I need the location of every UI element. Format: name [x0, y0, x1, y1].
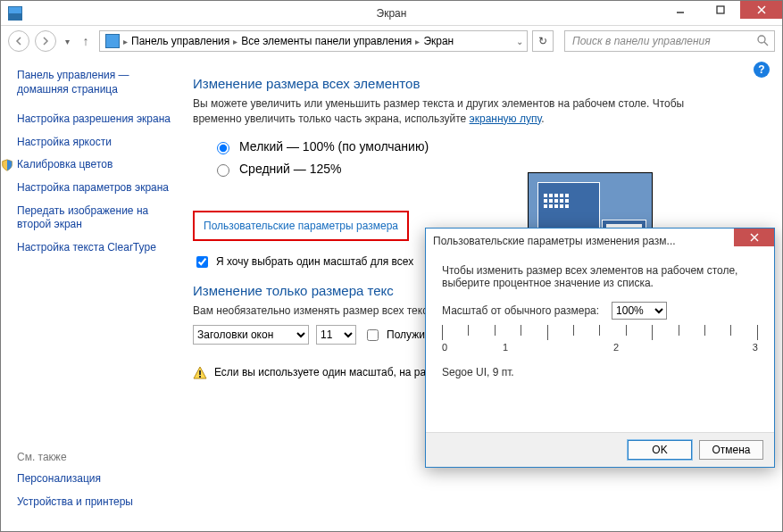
sidebar-brightness-link[interactable]: Настройка яркости [17, 136, 173, 150]
forward-button[interactable] [35, 30, 56, 52]
radio-medium[interactable]: Средний — 125% [212, 162, 766, 177]
breadcrumb-item-control-panel[interactable]: Панель управления [131, 35, 229, 47]
scale-select[interactable]: 100% [612, 302, 667, 320]
text-element-select[interactable]: Заголовки окон [193, 325, 309, 345]
custom-size-highlight: Пользовательские параметры размера [193, 211, 409, 241]
search-input[interactable] [571, 34, 769, 48]
help-icon[interactable]: ? [754, 62, 770, 78]
radio-small[interactable]: Мелкий — 100% (по умолчанию) [212, 139, 766, 154]
bold-checkbox-row[interactable]: Полужи [363, 327, 425, 344]
close-button[interactable] [740, 1, 782, 19]
ruler-label-1: 1 [503, 342, 508, 353]
sidebar-devices-link[interactable]: Устройства и принтеры [17, 495, 173, 510]
sidebar-calibrate-link[interactable]: Калибровка цветов [17, 158, 173, 172]
up-button[interactable]: ↑ [78, 34, 94, 48]
dialog-title: Пользовательские параметры изменения раз… [433, 235, 676, 247]
breadcrumb-dropdown-icon[interactable]: ⌄ [516, 37, 523, 46]
chevron-right-icon: ▸ [123, 37, 128, 46]
breadcrumb[interactable]: ▸ Панель управления ▸ Все элементы панел… [99, 30, 528, 52]
titlebar: Экран [1, 1, 782, 26]
single-scale-checkbox[interactable] [196, 256, 208, 268]
svg-point-4 [758, 36, 765, 43]
ok-button[interactable]: OK [628, 440, 692, 460]
single-scale-label: Я хочу выбрать один масштаб для всех [216, 255, 413, 268]
sidebar-home-link[interactable]: Панель управления — домашняя страница [17, 69, 173, 96]
refresh-button[interactable]: ↻ [532, 30, 554, 52]
sidebar: Панель управления — домашняя страница На… [1, 56, 184, 531]
breadcrumb-item-all[interactable]: Все элементы панели управления [241, 35, 412, 47]
radio-medium-label: Средний — 125% [239, 162, 342, 176]
warning-icon [193, 366, 207, 380]
bold-label: Полужи [387, 328, 425, 341]
svg-rect-6 [199, 370, 201, 375]
sidebar-personalization-link[interactable]: Персонализация [17, 472, 173, 486]
see-also-header: См. также [17, 451, 173, 463]
cancel-button[interactable]: Отмена [699, 440, 763, 460]
sidebar-item-label: Калибровка цветов [17, 158, 112, 170]
custom-size-link[interactable]: Пользовательские параметры размера [204, 220, 398, 232]
dialog-titlebar[interactable]: Пользовательские параметры изменения раз… [426, 229, 774, 254]
display-settings-window: Экран ▾ ↑ ▸ Панель управления ▸ В [0, 0, 783, 532]
history-dropdown-icon[interactable]: ▾ [62, 37, 72, 46]
font-size-select[interactable]: 11 [316, 325, 356, 345]
bold-checkbox[interactable] [367, 329, 379, 341]
sidebar-resolution-link[interactable]: Настройка разрешения экрана [17, 112, 173, 127]
radio-small-label: Мелкий — 100% (по умолчанию) [239, 139, 429, 154]
navbar: ▾ ↑ ▸ Панель управления ▸ Все элементы п… [1, 26, 782, 56]
heading-resize-all: Изменение размера всех элементов [193, 76, 766, 91]
svg-line-5 [764, 42, 768, 46]
search-icon[interactable] [756, 34, 769, 49]
ruler-label-2: 2 [613, 342, 619, 353]
sidebar-settings-link[interactable]: Настройка параметров экрана [17, 181, 173, 195]
shield-icon [1, 159, 13, 171]
resize-description: Вы можете увеличить или уменьшить размер… [193, 96, 693, 127]
dialog-close-button[interactable] [734, 229, 774, 246]
radio-small-input[interactable] [217, 142, 229, 154]
sidebar-project-link[interactable]: Передать изображение на второй экран [17, 204, 173, 232]
back-button[interactable] [8, 30, 29, 52]
font-sample: Segoe UI, 9 пт. [442, 366, 758, 378]
ruler[interactable]: 0 1 2 3 [442, 325, 758, 357]
maximize-button[interactable] [700, 1, 740, 19]
dialog-intro: Чтобы изменить размер всех элементов на … [442, 264, 758, 289]
display-icon [105, 34, 120, 48]
minimize-button[interactable] [660, 1, 700, 19]
svg-rect-7 [199, 376, 201, 378]
custom-dpi-dialog: Пользовательские параметры изменения раз… [425, 228, 775, 468]
ruler-label-3: 3 [753, 342, 758, 353]
chevron-right-icon: ▸ [233, 37, 237, 46]
radio-medium-input[interactable] [217, 164, 229, 177]
svg-rect-1 [717, 6, 724, 13]
chevron-right-icon: ▸ [415, 37, 420, 46]
magnifier-link[interactable]: экранную лупу [470, 112, 542, 125]
search-box[interactable] [564, 30, 775, 52]
ruler-label-0: 0 [442, 342, 447, 353]
breadcrumb-item-display[interactable]: Экран [423, 35, 454, 47]
scale-label: Масштаб от обычного размера: [442, 304, 599, 317]
sidebar-cleartype-link[interactable]: Настройка текста ClearType [17, 241, 173, 255]
